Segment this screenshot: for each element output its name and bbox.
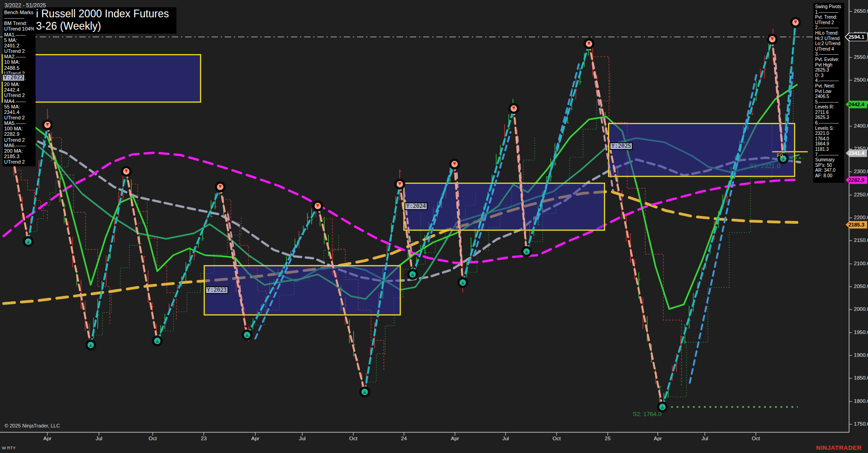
swing-pivots-line: 4.------------- bbox=[815, 78, 844, 83]
swing-high-marker bbox=[43, 121, 52, 129]
x-axis-label[interactable]: Oct bbox=[143, 436, 163, 441]
x-axis-label[interactable]: Jul bbox=[292, 436, 312, 441]
y-axis-label[interactable]: 1950.0 bbox=[854, 329, 868, 335]
ninjatrader-chart-window: { "header": { "date_range": "3/2022 - 51… bbox=[0, 0, 868, 453]
swing-high-marker bbox=[585, 40, 594, 48]
x-axis-label[interactable]: 23 bbox=[194, 436, 214, 441]
benchmarks-line: MA5.------ bbox=[4, 120, 36, 126]
x-axis-label[interactable]: Apr bbox=[445, 436, 465, 441]
swing-pivots-line: D: 3 bbox=[815, 73, 844, 78]
copyright-label: © 2025 NinjaTrader, LLC bbox=[5, 423, 60, 428]
y-axis-label[interactable]: 1750.0 bbox=[854, 421, 868, 427]
swing-high-marker bbox=[791, 18, 800, 27]
zigzag-down-leg bbox=[13, 157, 28, 242]
date-range-label: 3/2022 - 51/2025 bbox=[5, 2, 46, 9]
swing-pivots-line: 2625.3 bbox=[815, 115, 844, 120]
benchmarks-panel: Bench Marks------------BM Trend:UTrend 1… bbox=[3, 9, 36, 166]
y-axis-label[interactable]: 2400.0 bbox=[854, 123, 868, 129]
benchmarks-line: 2442.4 bbox=[4, 87, 36, 93]
swing-high-marker bbox=[396, 180, 404, 189]
chart-drawings[interactable] bbox=[0, 0, 868, 453]
zigzag-up-leg bbox=[157, 187, 220, 341]
swing-pivots-line: 2321.0 bbox=[815, 131, 844, 136]
swing-pivots-line: 3.------------- bbox=[815, 51, 844, 57]
swing-pivots-line: 2406.5 bbox=[815, 94, 844, 99]
swing-low-marker bbox=[658, 403, 667, 412]
y-axis-label[interactable]: 2650.0 bbox=[854, 8, 868, 14]
swing-pivots-line: 2625.3 bbox=[815, 67, 844, 73]
y-axis-label[interactable]: 2000.0 bbox=[854, 306, 868, 312]
benchmarks-line: 2341.4 bbox=[4, 109, 36, 115]
swing-pivots-line: SP's: 50 bbox=[815, 163, 844, 168]
swing-pivots-line: Pvt. Trend: bbox=[815, 15, 844, 20]
swing-low-marker bbox=[243, 331, 252, 340]
instrument-label: W RTY bbox=[2, 445, 16, 450]
y-axis-label[interactable]: 1800.0 bbox=[854, 398, 868, 404]
swing-pivots-line: Pvt. Next: bbox=[815, 83, 844, 89]
x-axis-label[interactable]: Jul bbox=[496, 436, 516, 441]
blue-zigzag-segment bbox=[690, 73, 757, 383]
year-range-box[interactable] bbox=[204, 266, 400, 315]
swing-low-marker bbox=[361, 388, 369, 396]
swing-pivots-line: 5.------------- bbox=[815, 99, 844, 105]
x-axis-label[interactable]: 25 bbox=[598, 436, 618, 441]
swing-pivots-line: Summary bbox=[815, 157, 844, 163]
swing-low-marker bbox=[459, 278, 467, 287]
swing-pivots-line: 1.------------- bbox=[815, 10, 844, 15]
benchmarks-line: UTrend 2 bbox=[4, 115, 36, 120]
swing-pivots-line: 7.------------- bbox=[815, 152, 844, 158]
year-box-chip[interactable]: Y:2024 bbox=[404, 202, 428, 210]
chart-title: i Russell 2000 Index Futures 3-26 (Weekl… bbox=[34, 7, 176, 34]
y-axis-label[interactable]: 1850.0 bbox=[854, 375, 868, 381]
y-axis-label[interactable]: 2550.0 bbox=[854, 54, 868, 60]
benchmarks-line: 5 MA: bbox=[4, 37, 36, 43]
swing-pivots-line: 2.------------- bbox=[815, 25, 844, 31]
y-axis-label[interactable]: 2300.0 bbox=[854, 169, 868, 174]
swing-high-marker bbox=[314, 202, 322, 211]
year-box-chip[interactable]: Y:2022 bbox=[2, 74, 25, 82]
x-axis-label[interactable]: Apr bbox=[648, 436, 668, 441]
y-axis-label[interactable]: 2500.0 bbox=[854, 77, 868, 82]
f0-level-label: F0 bbox=[777, 153, 783, 158]
y-axis-label[interactable]: 2250.0 bbox=[854, 192, 868, 197]
price-level-badge: 2282.9 bbox=[846, 176, 867, 184]
title-line-1: i Russell 2000 Index Futures bbox=[36, 8, 169, 20]
x-axis-label[interactable]: Oct bbox=[746, 436, 766, 441]
year-box-chip[interactable]: Y:2023 bbox=[205, 286, 228, 294]
swing-high-marker bbox=[768, 35, 777, 44]
swing-pivots-line: Swing Pivots bbox=[815, 4, 844, 10]
y-axis-label[interactable]: 1900.0 bbox=[854, 352, 868, 358]
x-axis-label[interactable]: Oct bbox=[343, 436, 363, 441]
benchmarks-line: MA6.------ bbox=[4, 143, 36, 148]
benchmarks-line: MA2.------ bbox=[4, 54, 36, 59]
swing-pivots-line: Levels S: bbox=[815, 126, 844, 131]
y-axis-label[interactable]: 2200.0 bbox=[854, 215, 868, 220]
x-axis-label[interactable]: Oct bbox=[547, 436, 567, 441]
swing-pivots-line: Hi:2 UTrend bbox=[815, 36, 844, 41]
benchmarks-line: 10 MA: bbox=[4, 59, 36, 65]
x-axis-label[interactable]: Apr bbox=[245, 436, 265, 441]
swing-pivots-line: HiLo Trend: bbox=[815, 31, 844, 36]
x-axis-label[interactable]: Apr bbox=[37, 436, 57, 441]
y-axis-label[interactable]: 2150.0 bbox=[854, 237, 868, 243]
benchmarks-line: UTrend 104% bbox=[4, 26, 36, 31]
swing-low-marker bbox=[408, 270, 417, 279]
s1-level-label: S1: 2321.0 bbox=[749, 162, 780, 170]
x-axis-label[interactable]: 24 bbox=[394, 436, 414, 441]
swing-pivots-line: UTrend 2 bbox=[815, 20, 844, 26]
year-box-chip[interactable]: Y:2025 bbox=[610, 142, 633, 150]
y-axis-label[interactable]: 2050.0 bbox=[854, 283, 868, 289]
y-axis-label[interactable]: 2100.0 bbox=[854, 261, 868, 266]
swing-pivots-line: Levels R: bbox=[815, 104, 844, 110]
ninjatrader-logo: NINJATRADER bbox=[816, 444, 862, 451]
swing-pivots-line: Pvt High bbox=[815, 62, 844, 68]
price-level-badge: 2594.1 bbox=[846, 33, 867, 41]
benchmarks-line: 20 MA: bbox=[4, 82, 36, 87]
zigzag-down-leg bbox=[126, 171, 157, 341]
swing-pivots-line: UTrend 4 bbox=[815, 46, 844, 52]
x-axis-label[interactable]: Jul bbox=[89, 436, 109, 441]
swing-pivots-line: 2711.6 bbox=[815, 110, 844, 115]
s2-level-label: S2: 1764.0 bbox=[633, 411, 661, 417]
swing-pivots-line: 1764.0 bbox=[815, 136, 844, 142]
x-axis-label[interactable]: Jul bbox=[695, 436, 715, 441]
